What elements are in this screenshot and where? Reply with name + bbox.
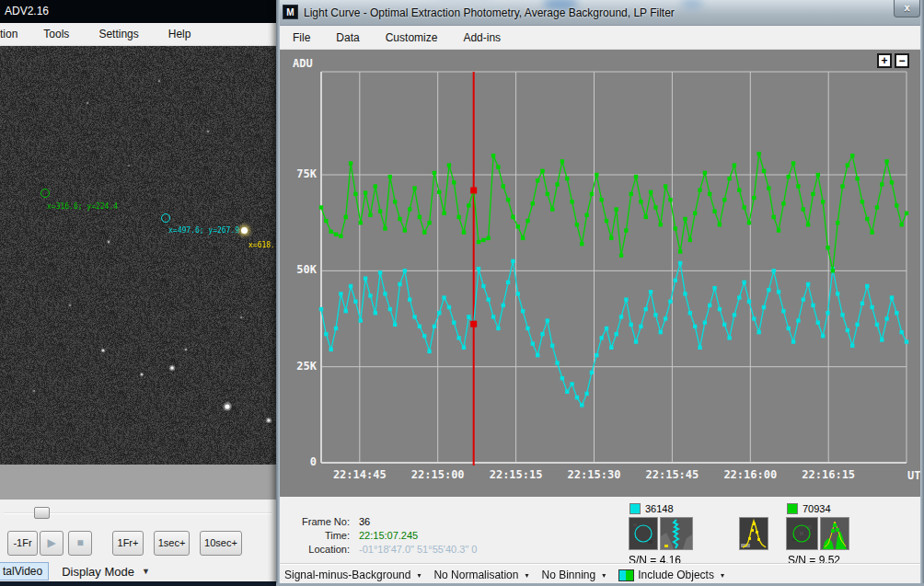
normalisation-dropdown[interactable]: No Normalisation ▾ — [433, 569, 528, 581]
time-label: Time: — [283, 530, 350, 541]
menu-item-customize[interactable]: Customize — [376, 28, 447, 48]
forward-1-sec-button[interactable]: 1sec+ — [154, 531, 190, 556]
include-objects-dropdown[interactable]: Include Objects ▾ — [618, 569, 724, 581]
display-mode-dropdown[interactable]: Display Mode — [62, 565, 134, 579]
x-tick-label: 22:16:00 — [718, 468, 782, 481]
titlebar-glass-reflection — [681, 0, 703, 9]
x-tick-label: 22:15:00 — [406, 468, 470, 481]
light-curve-window-title: Light Curve - Optimal Extraction Photome… — [304, 6, 675, 19]
frame-info-panel: Frame No: 36 Time: 22:15:07.245 Location… — [276, 497, 924, 563]
tracked-object-3-coordinates-label: x=618. — [248, 241, 275, 249]
menu-item-settings[interactable]: Settings — [92, 24, 144, 44]
adv-video-window: ADV2.16 tion Tools Settings Help x=316.6… — [0, 0, 276, 586]
y-tick-label: 0 — [285, 455, 317, 468]
menu-item-data[interactable]: Data — [327, 28, 368, 48]
location-value: -01°18'47.0" 51°55'40.3" 0 — [359, 544, 477, 555]
reduction-mode-dropdown[interactable]: Signal-minus-Background ▾ — [284, 569, 421, 581]
adv-statusbar: talVideo Display Mode ▼ — [0, 561, 276, 581]
tracked-object-2-marker[interactable] — [161, 213, 170, 223]
y-axis-unit-label: ADU — [293, 57, 313, 70]
light-curve-plot[interactable] — [276, 50, 924, 497]
frame-no-label: Frame No: — [283, 516, 350, 527]
x-tick-label: 22:16:15 — [796, 468, 860, 481]
chevron-down-icon: ▾ — [602, 571, 606, 580]
window-border — [920, 0, 924, 586]
tangra-icon: M — [283, 5, 298, 19]
chevron-down-icon: ▾ — [525, 571, 528, 580]
location-label: Location: — [283, 544, 350, 555]
play-icon: ▶ — [47, 536, 55, 549]
binning-dropdown[interactable]: No Binning ▾ — [541, 569, 606, 581]
frame-trackbar[interactable] — [0, 500, 276, 525]
chevron-down-icon[interactable]: ▼ — [142, 567, 150, 576]
legend-value-green: 70934 — [803, 503, 831, 514]
video-mode-tab[interactable]: talVideo — [0, 562, 49, 580]
psf-thumbnail-yellow — [739, 517, 768, 550]
y-tick-label: 25K — [285, 360, 317, 373]
menu-item-tools[interactable]: Tools — [37, 24, 75, 44]
x-tick-label: 22:14:45 — [328, 468, 392, 481]
adv-titlebar[interactable]: ADV2.16 — [0, 0, 276, 23]
aperture-thumbnail-green — [786, 517, 818, 550]
tracked-object-2-coordinates-label: x=497.6; y=267.9 — [168, 226, 239, 235]
play-button[interactable]: ▶ — [40, 531, 64, 556]
screen: ADV2.16 tion Tools Settings Help x=316.6… — [0, 0, 924, 586]
window-bottom-edge — [0, 581, 276, 586]
aperture-thumbnail-cyan — [629, 517, 658, 550]
light-curve-titlebar[interactable]: M Light Curve - Optimal Extraction Photo… — [276, 0, 924, 26]
stop-icon: ■ — [76, 536, 83, 549]
forward-10-sec-button[interactable]: 10sec+ — [200, 531, 242, 556]
tracked-object-1-coordinates-label: x=316.6; y=224.4 — [47, 202, 118, 211]
menu-item-addins[interactable]: Add-ins — [454, 28, 510, 48]
y-tick-label: 50K — [285, 263, 317, 276]
transport-controls: -1Fr ▶ ■ 1Fr+ 1sec+ 10sec+ — [0, 529, 276, 558]
tracked-object-1-marker[interactable] — [40, 189, 50, 198]
stop-button[interactable]: ■ — [68, 531, 92, 556]
adv-menubar: tion Tools Settings Help — [0, 23, 276, 46]
starfield-canvas[interactable] — [0, 46, 276, 465]
light-curve-window: M Light Curve - Optimal Extraction Photo… — [276, 0, 924, 586]
include-objects-icon — [618, 569, 634, 581]
zoom-in-button[interactable]: + — [877, 53, 892, 68]
menu-item-file[interactable]: File — [283, 28, 319, 48]
light-curve-chart[interactable]: ADU UT 75K50K25K0 22:14:4522:15:0022:15:… — [276, 50, 924, 497]
y-tick-label: 75K — [285, 167, 317, 180]
forward-1-frame-button[interactable]: 1Fr+ — [112, 531, 144, 556]
psf-thumbnail-green — [820, 517, 849, 550]
legend-value-cyan: 36148 — [645, 503, 674, 514]
x-axis-unit-label: UT — [907, 469, 920, 482]
back-1-frame-button[interactable]: -1Fr — [7, 531, 38, 556]
legend-swatch-green — [787, 503, 798, 514]
frame-no-value: 36 — [359, 516, 370, 527]
frame-margin — [0, 465, 276, 500]
time-value: 22:15:07.245 — [359, 530, 418, 541]
light-curve-menubar: File Data Customize Add-ins — [276, 26, 924, 50]
window-border — [276, 0, 280, 586]
x-tick-label: 22:15:45 — [640, 468, 704, 481]
video-frame-view[interactable]: x=316.6; y=224.4x=497.6; y=267.9x=618. — [0, 46, 276, 465]
menu-item-help[interactable]: Help — [162, 24, 198, 44]
chevron-down-icon: ▾ — [721, 571, 724, 580]
legend-swatch-cyan — [629, 503, 641, 514]
psf-thumbnail-cyan — [660, 517, 693, 550]
chevron-down-icon: ▾ — [417, 571, 421, 580]
close-button[interactable]: x — [894, 0, 920, 17]
x-tick-label: 22:15:30 — [562, 468, 627, 481]
zoom-out-button[interactable]: − — [895, 53, 909, 68]
x-tick-label: 22:15:15 — [484, 468, 549, 481]
menu-item-reduction[interactable]: tion — [0, 24, 24, 44]
trackbar-handle[interactable] — [34, 507, 50, 519]
adv-window-title: ADV2.16 — [5, 5, 49, 17]
tracked-object-3-marker[interactable] — [241, 227, 248, 234]
